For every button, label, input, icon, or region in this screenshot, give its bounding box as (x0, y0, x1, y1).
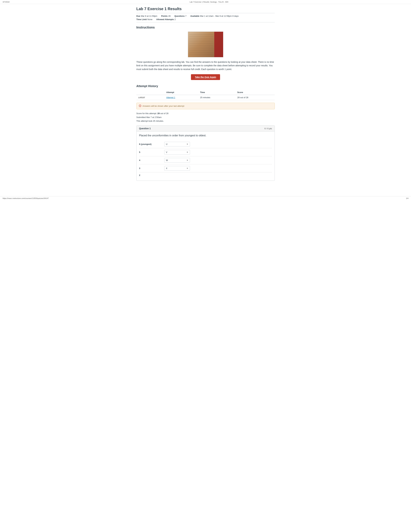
attempt-table: Attempt Time Score LATEST Attempt 1 25 m… (136, 90, 275, 100)
dropdown-value-3: X (166, 167, 168, 170)
question-1-points: 6 / 6 pts (264, 127, 272, 130)
questions-value: 7 (185, 15, 187, 17)
dropdown-label-1: 5 (139, 151, 162, 153)
duration-line: This attempt took 25 minutes. (136, 119, 275, 123)
time-limit-label: Time Limit (136, 18, 147, 21)
col-header-attempt: Attempt (164, 90, 198, 95)
question-1-prompt: Placed the unconformities in order from … (139, 134, 272, 137)
dropdown-arrow-1: ▼ (187, 151, 188, 153)
dropdown-value-2: W (166, 159, 168, 162)
points-value: 28 (168, 15, 170, 17)
attempt-1-link[interactable]: Attempt 1 (166, 96, 175, 99)
points-info: Points 28 (161, 15, 170, 17)
info-row-2: Time Limit None Allowed Attempts 2 (136, 18, 275, 21)
dropdown-select-3[interactable]: X ▼ (164, 166, 190, 171)
score-line: Score for this attempt: 28 out of 28 (136, 112, 275, 115)
allowed-attempts-value: 2 (175, 18, 176, 21)
available-label: Available (190, 15, 199, 17)
available-info: Available Mar 1 at 12am - Mar 8 at 11:59… (190, 15, 239, 17)
time-limit-info: Time Limit None (136, 18, 152, 21)
take-quiz-button[interactable]: Take the Quiz Again (191, 74, 220, 80)
dropdown-arrow-0: ▼ (187, 143, 188, 145)
bottom-page: 1/4 (406, 197, 408, 199)
info-row-1: Due Mar 8 at 11:59pm Points 28 Questions… (136, 15, 275, 17)
dropdown-arrow-2: ▼ (187, 159, 188, 161)
time-limit-value: None (147, 18, 152, 21)
score-bold: 28 (157, 112, 159, 115)
dropdown-value-1: V (166, 151, 168, 153)
image-inner (188, 32, 223, 57)
dropdown-select-1[interactable]: V ▼ (164, 150, 190, 154)
top-bar: 3/7/2018 Lab 7 Exercise 1 Results: Geolo… (0, 0, 411, 4)
question-1-header: Question 1 6 / 6 pts (137, 125, 275, 132)
dropdown-row-0: 6 (youngest) U ▼ (139, 140, 272, 148)
col-header-score: Score (235, 90, 275, 95)
due-info: Due Mar 8 at 11:59pm (136, 15, 157, 17)
due-label: Due (136, 15, 140, 17)
dropdown-row-3: 3 X ▼ (139, 164, 272, 172)
dropdown-label-0: 6 (youngest) (139, 143, 162, 145)
submitted-line: Submitted Mar 7 at 2:50am (136, 115, 275, 119)
dropdown-row-1: 5 V ▼ (139, 148, 272, 156)
due-value: Mar 8 at 11:59pm (141, 15, 157, 17)
table-row: LATEST Attempt 1 25 minutes 28 out of 28 (136, 95, 275, 100)
attempt-history-title: Attempt History (136, 85, 275, 88)
top-bar-title: Lab 7 Exercise 1 Results: Geology - Treu… (190, 1, 228, 3)
questions-label: Questions (174, 15, 185, 17)
instructions-image (188, 32, 223, 57)
bottom-url: https://macc.instructure.com/courses/110… (3, 197, 49, 199)
page-title: Lab 7 Exercise 1 Results (136, 7, 275, 11)
attempt-row-time: 25 minutes (198, 95, 235, 100)
question-1-box: Question 1 6 / 6 pts Placed the unconfor… (136, 125, 275, 181)
notice-icon: ⓘ (139, 104, 141, 107)
available-value: Mar 1 at 12am - Mar 8 at 11:59pm (200, 15, 232, 17)
main-content: Lab 7 Exercise 1 Results Due Mar 8 at 11… (133, 4, 278, 190)
notebook-red-cover (214, 32, 223, 57)
top-bar-date: 3/7/2018 (3, 1, 9, 3)
available-days: 8 days (233, 15, 239, 17)
dropdown-label-3: 3 (139, 167, 162, 170)
dropdown-label-4: 2 (139, 174, 162, 176)
allowed-attempts-info: Allowed Attempts 2 (156, 18, 176, 21)
attempt-table-header-row: Attempt Time Score (136, 90, 275, 95)
bottom-bar: https://macc.instructure.com/courses/110… (0, 196, 411, 200)
dropdown-select-2[interactable]: W ▼ (164, 158, 190, 162)
instructions-title: Instructions (136, 26, 275, 29)
points-label: Points (161, 15, 168, 17)
allowed-attempts-label: Allowed Attempts (156, 18, 174, 21)
dropdown-label-2: 4 (139, 159, 162, 162)
attempt-row-attempt: Attempt 1 (164, 95, 198, 100)
instructions-text: These questions go along the correspondi… (136, 60, 275, 71)
info-bar: Due Mar 8 at 11:59pm Points 28 Questions… (136, 13, 275, 22)
dropdown-row-2: 4 W ▼ (139, 156, 272, 164)
attempt-row-score: 28 out of 28 (235, 95, 275, 100)
attempt-row-latest-label: LATEST (136, 95, 164, 100)
notice-text: Answers will be shown after your last at… (142, 105, 184, 107)
attempt-score-info: Score for this attempt: 28 out of 28 Sub… (136, 112, 275, 123)
notebook-lines (189, 33, 214, 56)
score-out-of: out of 28 (160, 112, 168, 115)
dropdown-row-4: 2 (139, 172, 272, 178)
dropdown-arrow-3: ▼ (187, 167, 188, 169)
questions-info: Questions 7 (174, 15, 187, 17)
answer-notice: ⓘ Answers will be shown after your last … (136, 103, 275, 109)
dropdown-select-0[interactable]: U ▼ (164, 142, 190, 146)
question-1-body: Placed the unconformities in order from … (137, 132, 275, 180)
dropdown-value-0: U (166, 143, 168, 145)
col-header-time: Time (198, 90, 235, 95)
question-1-title: Question 1 (139, 127, 151, 130)
col-header-empty (136, 90, 164, 95)
